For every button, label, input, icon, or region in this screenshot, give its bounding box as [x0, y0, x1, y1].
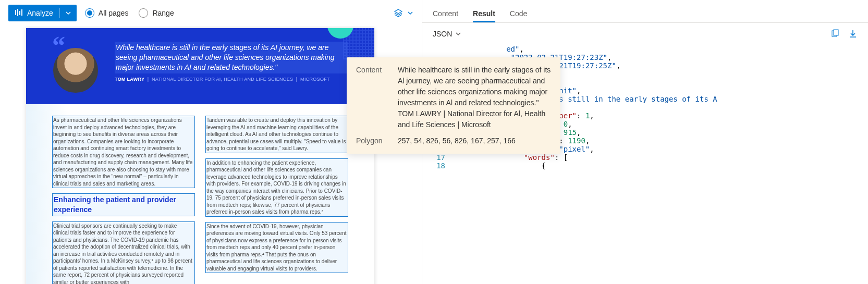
tooltip-polygon-label: Polygon	[356, 135, 387, 146]
svg-rect-1	[17, 9, 18, 16]
result-tabs: Content Result Code	[422, 0, 868, 23]
hero-banner: “ While healthcare is still in the early…	[26, 28, 374, 104]
analyze-icon	[15, 8, 23, 18]
json-header: JSON	[422, 23, 868, 45]
quote-mark-icon: “	[52, 30, 65, 60]
download-icon[interactable]	[848, 29, 858, 39]
paragraph-block[interactable]: In addition to enhancing the patient exp…	[205, 158, 348, 217]
tooltip-content-label: Content	[356, 65, 387, 130]
document-body: As pharmaceutical and other life science…	[26, 104, 374, 284]
hero-attribution: TOM LAWRY | National Director for AI, He…	[115, 77, 348, 82]
tab-code[interactable]: Code	[510, 5, 527, 22]
copy-icon[interactable]	[830, 29, 840, 39]
svg-rect-2	[19, 11, 20, 15]
analyze-dropdown[interactable]	[60, 10, 77, 16]
svg-rect-0	[15, 10, 16, 15]
hero-quote-text[interactable]: While healthcare is still in the early s…	[115, 42, 348, 73]
radio-all-label: All pages	[99, 9, 129, 17]
svg-rect-5	[834, 30, 838, 35]
chevron-down-icon	[455, 31, 461, 37]
code-line[interactable]: 17 "words": [	[422, 153, 868, 162]
paragraph-block[interactable]: As pharmaceutical and other life science…	[52, 116, 195, 188]
document-page: “ While healthcare is still in the early…	[26, 28, 374, 284]
paragraph-block[interactable]: Clinical trial sponsors are continually …	[52, 221, 195, 284]
section-heading[interactable]: Enhancing the patient and provider exper…	[52, 193, 195, 216]
json-format-label: JSON	[433, 30, 452, 38]
hover-tooltip: Content While healthcare is still in the…	[347, 57, 560, 154]
layers-dropdown[interactable]	[407, 10, 413, 16]
paragraph-block[interactable]: Tandem was able to create and deploy thi…	[205, 116, 348, 153]
svg-rect-3	[21, 9, 22, 16]
tooltip-polygon-value: 257, 54, 826, 56, 826, 167, 257, 166	[398, 135, 551, 146]
radio-all-pages[interactable]: All pages	[85, 8, 129, 18]
analyze-label: Analyze	[27, 9, 53, 17]
toolbar: Analyze All pages Range	[0, 0, 422, 26]
analyze-button[interactable]: Analyze	[8, 5, 77, 21]
code-line[interactable]: 18 {	[422, 162, 868, 170]
tab-content[interactable]: Content	[433, 5, 458, 22]
code-line[interactable]: ed",	[422, 45, 868, 53]
page-scope-radio: All pages Range	[85, 8, 174, 18]
radio-range-label: Range	[152, 9, 174, 17]
tooltip-content-value: While healthcare is still in the early s…	[398, 65, 551, 130]
paragraph-block[interactable]: Since the advent of COVID-19, however, p…	[205, 222, 348, 274]
layers-icon[interactable]	[394, 8, 403, 18]
json-format-dropdown[interactable]: JSON	[433, 30, 461, 38]
radio-range[interactable]: Range	[139, 8, 174, 18]
tab-result[interactable]: Result	[473, 5, 495, 22]
